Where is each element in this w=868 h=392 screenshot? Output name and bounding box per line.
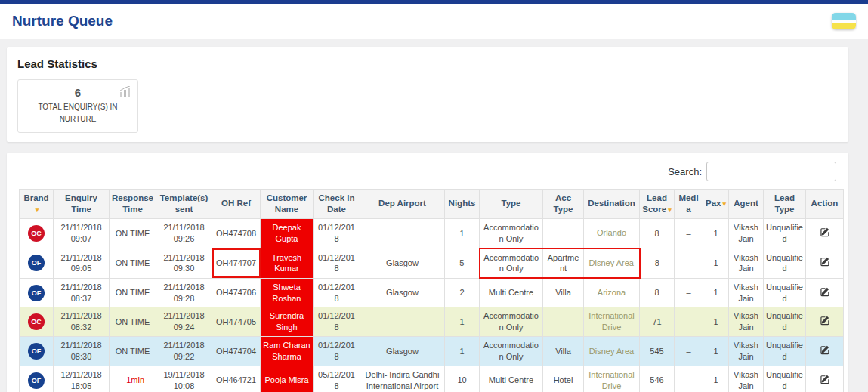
table-row: OC21/11/2018 08:32ON TIME21/11/2018 09:2… (20, 307, 844, 337)
cell-nights: 10 (445, 366, 480, 392)
column-header-destination[interactable]: Destination (584, 190, 640, 219)
column-header-brand[interactable]: Brand▾ (20, 190, 54, 219)
cell-response-time: ON TIME (110, 218, 156, 248)
edit-action-icon[interactable] (820, 256, 830, 270)
cell-template-sent: 21/11/2018 09:26 (156, 218, 212, 248)
cell-type: Multi Centre (480, 278, 543, 307)
nurture-queue-table: Brand▾Enquiry TimeResponse TimeTemplate(… (19, 189, 844, 392)
column-header-label: Agent (734, 199, 758, 208)
cell-oh-ref: OH474708 (212, 218, 261, 248)
cell-media: – (675, 307, 703, 337)
cell-media: – (675, 218, 703, 248)
cell-check-in-date: 01/12/2018 (314, 307, 360, 337)
cell-media: – (675, 337, 703, 366)
cell-type: Accommodation Only (480, 307, 543, 337)
cell-media: – (675, 278, 703, 307)
search-row: Search: (19, 162, 836, 181)
table-row: OF12/11/2018 18:05--1min19/11/2018 10:08… (20, 366, 844, 392)
stat-count: 6 (75, 86, 81, 99)
edit-action-icon[interactable] (820, 374, 830, 387)
cell-oh-ref: OH464721 (212, 366, 261, 392)
column-header-label: Dep Airport (378, 199, 426, 208)
cell-customer-name: Pooja Misra (261, 366, 314, 392)
cell-enquiry-time: 21/11/2018 09:07 (54, 218, 110, 248)
cell-acc-type: Villa (543, 337, 584, 366)
cell-action (806, 366, 844, 392)
column-header-lead_score[interactable]: Lead Score▾ (640, 190, 675, 219)
column-header-template_sent[interactable]: Template(s) sent (156, 190, 212, 219)
chat-widget-top-stripe (832, 13, 856, 20)
cell-check-in-date: 01/12/2018 (314, 218, 360, 248)
cell-response-time: ON TIME (110, 307, 156, 337)
search-input[interactable] (706, 162, 836, 181)
brand-badge: OC (28, 225, 45, 242)
cell-check-in-date: 01/12/2018 (314, 337, 360, 366)
cell-pax: 1 (703, 307, 729, 337)
column-header-label: OH Ref (221, 199, 251, 208)
column-header-oh_ref[interactable]: OH Ref (212, 190, 261, 219)
column-header-label: Brand (23, 193, 48, 202)
column-header-nights[interactable]: Nights (445, 190, 480, 219)
table-row: OF21/11/2018 08:30ON TIME21/11/2018 09:2… (20, 337, 844, 366)
column-header-media[interactable]: Media (675, 190, 703, 219)
column-header-label: Lead Type (774, 193, 795, 214)
edit-action-icon[interactable] (820, 315, 830, 329)
cell-lead-type: Unqualified (764, 278, 806, 307)
cell-brand: OF (20, 278, 54, 307)
cell-check-in-date: 01/12/2018 (314, 248, 360, 279)
cell-pax: 1 (703, 218, 729, 248)
cell-agent: Vikash Jain (729, 337, 764, 366)
cell-nights: 5 (445, 248, 480, 279)
chat-widget-icon[interactable] (832, 13, 856, 29)
cell-customer-name: Deepak Gupta (261, 218, 314, 248)
column-header-check_in[interactable]: Check in Date (314, 190, 360, 219)
cell-enquiry-time: 21/11/2018 09:05 (54, 248, 110, 279)
cell-nights: 1 (445, 307, 480, 337)
cell-media: – (675, 366, 703, 392)
column-header-acc_type[interactable]: Acc Type (543, 190, 584, 219)
column-header-action[interactable]: Action (806, 190, 844, 219)
cell-customer-name: Ram Charan Sharma (261, 337, 314, 366)
column-header-label: Media (678, 193, 698, 214)
column-header-label: Lead Score (642, 193, 667, 214)
cell-oh-ref: OH474707 (212, 248, 261, 279)
column-header-label: Destination (588, 199, 635, 208)
cell-check-in-date: 05/12/2018 (314, 366, 360, 392)
page-title: Nurture Queue (12, 13, 113, 29)
cell-acc-type: Apartment (543, 248, 584, 279)
column-header-label: Nights (449, 199, 476, 208)
cell-acc-type (543, 307, 584, 337)
column-header-type[interactable]: Type (480, 190, 543, 219)
cell-lead-type: Unqualified (764, 248, 806, 279)
column-header-customer_name[interactable]: Customer Name (261, 190, 314, 219)
column-header-agent[interactable]: Agent (729, 190, 764, 219)
cell-enquiry-time: 21/11/2018 08:37 (54, 278, 110, 307)
cell-action (806, 337, 844, 366)
search-label: Search: (668, 166, 702, 177)
edit-action-icon[interactable] (820, 286, 830, 300)
table-header-row: Brand▾Enquiry TimeResponse TimeTemplate(… (20, 190, 844, 219)
cell-destination: Disney Area (584, 337, 640, 366)
cell-pax: 1 (703, 366, 729, 392)
edit-action-icon[interactable] (820, 344, 830, 358)
cell-response-time: ON TIME (110, 278, 156, 307)
column-header-lead_type[interactable]: Lead Type (764, 190, 806, 219)
sort-caret-icon: ▾ (722, 200, 726, 208)
sort-caret-icon: ▾ (36, 206, 39, 214)
column-header-pax[interactable]: Pax▾ (703, 190, 729, 219)
column-header-enquiry_time[interactable]: Enquiry Time (54, 190, 110, 219)
cell-lead-type: Unqualified (764, 307, 806, 337)
column-header-dep_airport[interactable]: Dep Airport (360, 190, 445, 219)
cell-dep-airport (360, 307, 445, 337)
cell-lead-score: 71 (640, 307, 675, 337)
cell-lead-score: 545 (640, 337, 675, 366)
column-header-response_time[interactable]: Response Time (110, 190, 156, 219)
cell-action (806, 278, 844, 307)
cell-destination: International Drive (584, 366, 640, 392)
cell-response-time: --1min (110, 366, 156, 392)
cell-template-sent: 21/11/2018 09:28 (156, 278, 212, 307)
total-enquiries-stat-box[interactable]: 6 TOTAL ENQUIRY(S) IN NURTURE (17, 79, 138, 133)
edit-action-icon[interactable] (820, 227, 830, 240)
cell-response-time: ON TIME (110, 248, 156, 279)
cell-enquiry-time: 21/11/2018 08:32 (54, 307, 110, 337)
